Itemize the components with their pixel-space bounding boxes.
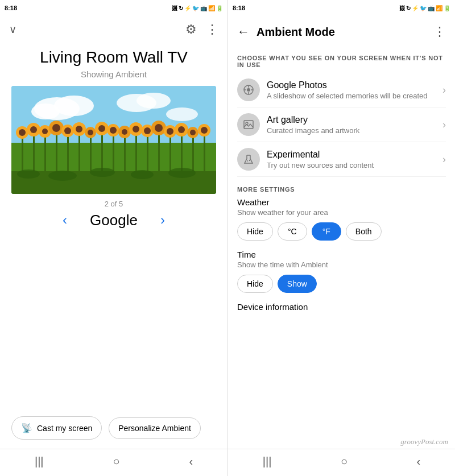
weather-celsius-btn[interactable]: °C: [278, 222, 307, 241]
left-toolbar: ∨ ⚙ ⋮: [0, 16, 228, 43]
svg-point-57: [190, 130, 196, 135]
circle-icon[interactable]: ○: [113, 455, 119, 468]
nav-row: ‹ Google ›: [0, 212, 228, 229]
right-circle-icon[interactable]: ○: [341, 455, 348, 468]
more-settings-header: MORE SETTINGS: [237, 186, 446, 193]
right-more-icon[interactable]: ⋮: [433, 24, 446, 39]
art-gallery-option[interactable]: Art gallery Curated images and artwork ›: [237, 107, 446, 142]
showing-ambient-text: Showing Ambient: [0, 69, 228, 79]
time-show-btn[interactable]: Show: [278, 275, 317, 293]
svg-point-39: [88, 130, 93, 135]
settings-icon[interactable]: ⚙: [185, 22, 197, 37]
back-icon[interactable]: ‹: [189, 455, 193, 468]
device-title: Living Room Wall TV: [0, 43, 228, 69]
weather-title: Weather: [237, 197, 446, 207]
svg-point-66: [247, 88, 250, 92]
signal-icon: 📶: [208, 5, 215, 11]
svg-point-29: [30, 126, 37, 133]
svg-point-75: [249, 160, 250, 161]
svg-point-43: [110, 127, 117, 134]
right-title: Ambient Mode: [257, 26, 427, 39]
choose-section-header: CHOOSE WHAT YOU SEE ON YOUR SCREEN WHEN …: [237, 55, 446, 68]
right-home-icon[interactable]: |||: [263, 455, 272, 468]
ambient-image: [11, 86, 216, 194]
svg-point-27: [19, 129, 26, 136]
flash-icon: ⚡: [184, 5, 191, 11]
device-info-title: Device information: [237, 302, 446, 312]
sync-icon: ↻: [179, 5, 183, 11]
svg-point-55: [178, 126, 185, 133]
svg-point-49: [144, 127, 151, 134]
svg-point-51: [155, 124, 163, 132]
back-button[interactable]: ←: [237, 24, 250, 39]
left-status-icons: 🖼 ↻ ⚡ 🐦 📺 📶 🔋: [172, 5, 223, 11]
google-photos-chevron: ›: [442, 84, 446, 96]
svg-point-47: [133, 126, 139, 133]
image-counter: 2 of 5: [0, 200, 228, 208]
watermark: groovyPost.com: [400, 437, 448, 446]
battery-icon-r: 🔋: [444, 5, 450, 11]
svg-point-63: [131, 170, 154, 179]
svg-rect-12: [56, 133, 57, 177]
right-back-icon[interactable]: ‹: [417, 455, 421, 468]
cast-icon: 📺: [200, 5, 207, 11]
google-photos-title: Google Photos: [267, 80, 442, 90]
svg-point-45: [122, 129, 127, 135]
google-photos-subtitle: A slideshow of selected memories will be…: [267, 92, 442, 100]
art-gallery-subtitle: Curated images and artwork: [267, 126, 442, 135]
right-content: CHOOSE WHAT YOU SEE ON YOUR SCREEN WHEN …: [228, 48, 455, 449]
svg-rect-25: [204, 135, 205, 177]
experimental-text: Experimental Try out new sources and con…: [267, 150, 442, 169]
home-icon[interactable]: |||: [35, 455, 44, 468]
gallery-icon-r: 🖼: [399, 5, 405, 11]
svg-point-31: [42, 129, 48, 134]
signal-icon-r: 📶: [436, 5, 442, 11]
chevron-down-icon[interactable]: ∨: [9, 23, 16, 36]
svg-rect-14: [78, 134, 80, 177]
time-subtitle: Show the time with Ambient: [237, 260, 446, 269]
svg-rect-21: [158, 133, 160, 177]
flash-icon-r: ⚡: [412, 5, 419, 11]
cast-icon: 📡: [21, 423, 32, 433]
twitter-icon-r: 🐦: [420, 5, 427, 11]
svg-point-61: [48, 171, 77, 181]
google-photos-option[interactable]: Google Photos A slideshow of selected me…: [237, 73, 446, 107]
weather-section: Weather Show weather for your area Hide …: [237, 197, 446, 241]
svg-rect-19: [135, 134, 137, 177]
right-toolbar: ← Ambient Mode ⋮: [228, 16, 455, 48]
time-hide-btn[interactable]: Hide: [237, 275, 273, 293]
right-bottom-nav: ||| ○ ‹: [228, 449, 455, 476]
svg-point-35: [64, 127, 71, 134]
experimental-option[interactable]: Experimental Try out new sources and con…: [237, 142, 446, 177]
weather-both-btn[interactable]: Both: [346, 222, 382, 241]
svg-point-72: [246, 122, 248, 125]
svg-point-33: [52, 124, 60, 132]
svg-point-64: [168, 168, 196, 178]
cast-icon-r: 📺: [428, 5, 435, 11]
next-button[interactable]: ›: [160, 212, 165, 228]
art-gallery-text: Art gallery Curated images and artwork: [267, 115, 442, 135]
experimental-title: Experimental: [267, 150, 442, 160]
more-icon[interactable]: ⋮: [206, 22, 218, 37]
right-phone-panel: 8:18 🖼 ↻ ⚡ 🐦 📺 📶 🔋 ← Ambient Mode ⋮ CHOO…: [228, 0, 455, 476]
right-status-icons: 🖼 ↻ ⚡ 🐦 📺 📶 🔋: [399, 5, 450, 11]
experimental-icon: [237, 148, 260, 171]
cast-my-screen-button[interactable]: 📡 Cast my screen: [11, 416, 102, 440]
sync-icon-r: ↻: [406, 5, 411, 11]
svg-point-41: [98, 125, 105, 132]
svg-rect-11: [44, 136, 46, 177]
prev-button[interactable]: ‹: [63, 212, 67, 228]
personalize-ambient-button[interactable]: Personalize Ambient: [109, 417, 201, 439]
time-section: Time Show the time with Ambient Hide Sho…: [237, 250, 446, 293]
right-status-time: 8:18: [233, 5, 245, 11]
weather-subtitle: Show weather for your area: [237, 208, 446, 217]
weather-hide-btn[interactable]: Hide: [237, 222, 273, 241]
weather-btn-group: Hide °C °F Both: [237, 222, 446, 241]
svg-point-37: [76, 126, 82, 133]
art-gallery-title: Art gallery: [267, 115, 442, 125]
svg-rect-18: [124, 136, 126, 177]
svg-point-2: [54, 96, 94, 116]
weather-fahrenheit-btn[interactable]: °F: [312, 222, 341, 241]
art-gallery-chevron: ›: [442, 119, 446, 131]
svg-point-5: [136, 93, 171, 109]
